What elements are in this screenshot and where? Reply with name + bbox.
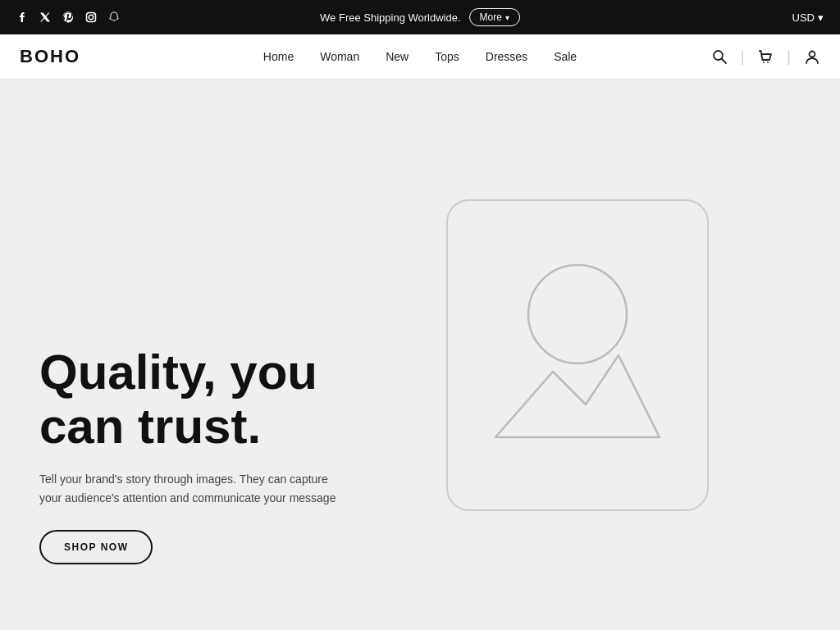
nav-home[interactable]: Home [263, 50, 294, 63]
hero-subtitle: Tell your brand's story through images. … [39, 470, 351, 507]
social-icons [16, 11, 120, 23]
cart-icon[interactable] [757, 48, 774, 65]
currency-arrow-icon: ▾ [818, 11, 824, 24]
hero-title: Quality, you can trust. [39, 345, 400, 454]
svg-point-3 [714, 51, 723, 60]
brand-logo[interactable]: BOHO [20, 46, 80, 67]
twitter-icon[interactable] [39, 11, 51, 23]
svg-point-8 [528, 265, 627, 363]
more-button[interactable]: More ▾ [469, 8, 520, 26]
svg-point-2 [94, 14, 95, 16]
instagram-icon[interactable] [85, 11, 97, 23]
hero-content: Quality, you can trust. Tell your brand'… [39, 345, 400, 564]
hero-image-placeholder [446, 199, 709, 511]
nav-new[interactable]: New [386, 50, 409, 63]
announcement-bar: We Free Shipping Worldwide. More ▾ USD ▾ [0, 0, 840, 34]
nav-links: Home Woman New Tops Dresses Sale [263, 50, 577, 63]
shipping-text: We Free Shipping Worldwide. [320, 11, 461, 24]
snapchat-icon[interactable] [108, 11, 120, 23]
nav-tops[interactable]: Tops [435, 50, 459, 63]
main-nav: BOHO Home Woman New Tops Dresses Sale | … [0, 34, 840, 80]
nav-divider-2: | [787, 48, 791, 66]
shop-now-button[interactable]: SHOP NOW [39, 530, 153, 564]
announcement-wrapper: We Free Shipping Worldwide. More ▾ [320, 8, 520, 26]
nav-actions: | | [711, 48, 820, 66]
pinterest-icon[interactable] [62, 11, 74, 23]
facebook-icon[interactable] [16, 11, 28, 23]
nav-woman[interactable]: Woman [320, 50, 359, 63]
currency-selector[interactable]: USD ▾ [792, 11, 824, 24]
svg-line-4 [722, 59, 726, 63]
svg-point-6 [767, 62, 769, 63]
nav-sale[interactable]: Sale [554, 50, 577, 63]
search-icon[interactable] [711, 48, 728, 65]
svg-point-5 [763, 62, 765, 63]
nav-dresses[interactable]: Dresses [486, 50, 527, 63]
svg-point-1 [89, 15, 94, 20]
more-arrow-icon: ▾ [505, 13, 509, 22]
account-icon[interactable] [804, 48, 820, 65]
svg-point-7 [810, 52, 815, 57]
hero-section: Quality, you can trust. Tell your brand'… [0, 80, 840, 630]
nav-divider: | [741, 48, 745, 66]
